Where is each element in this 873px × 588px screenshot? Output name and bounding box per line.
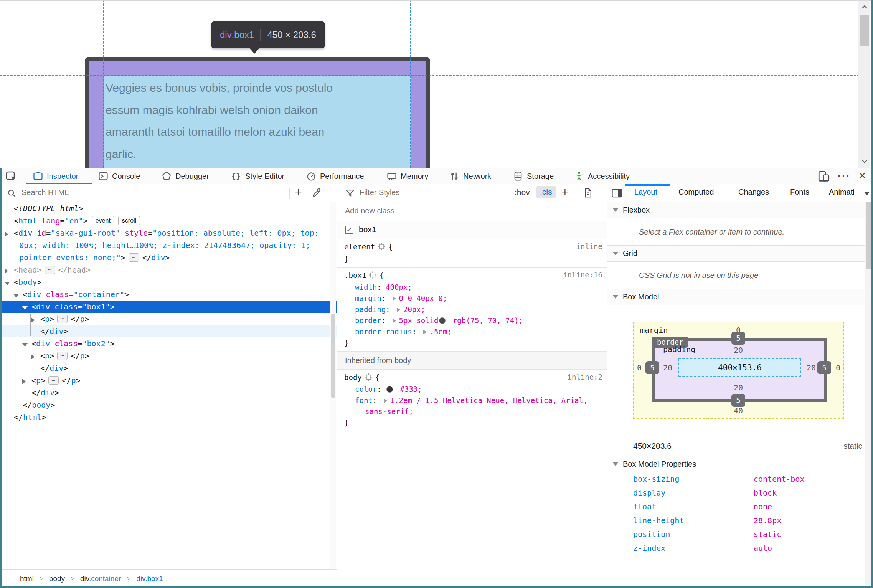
markup-scrollbar[interactable]: [330, 202, 336, 569]
declaration-border[interactable]: border: 5px solid rgb(75, 70, 74);: [337, 315, 607, 326]
tab-style-editor[interactable]: {}Style Editor: [230, 168, 284, 184]
tab-storage[interactable]: Storage: [513, 168, 554, 184]
grid-section-header[interactable]: Grid: [607, 246, 873, 262]
box-model-section-header[interactable]: Box Model: [607, 289, 873, 305]
padding-bottom-value[interactable]: 20: [734, 383, 743, 392]
padding-left-value[interactable]: 20: [663, 363, 672, 372]
margin-bottom-value[interactable]: 40: [734, 406, 743, 415]
twisty-expanded-icon[interactable]: [5, 277, 14, 289]
ellipsis-badge[interactable]: ⋯: [45, 266, 55, 274]
ellipsis-badge[interactable]: ⋯: [129, 253, 139, 262]
twisty-expanded-icon[interactable]: [13, 289, 23, 301]
property-name[interactable]: border-radius: [355, 327, 412, 336]
rule-source-link[interactable]: inline: [576, 242, 602, 251]
declaration-margin[interactable]: margin: 0 0 40px 0;: [337, 293, 607, 304]
box-model-content-box[interactable]: 400×153.6: [678, 358, 801, 377]
tab-performance[interactable]: Performance: [306, 168, 364, 184]
property-value[interactable]: 1.2em / 1.5 Helvetica Neue, Helvetica, A…: [390, 396, 588, 405]
filter-styles-input[interactable]: Filter Styles: [360, 188, 399, 197]
layout-panel-scrollbar[interactable]: [865, 202, 871, 588]
tab-changes[interactable]: Changes: [738, 188, 769, 197]
toggle-classes-button[interactable]: .cls: [536, 186, 556, 198]
padding-top-value[interactable]: 20: [734, 345, 743, 355]
twisty-collapsed-icon[interactable]: [31, 314, 40, 326]
twisty-expanded-icon[interactable]: [22, 338, 31, 350]
property-value[interactable]: 0 0 40px 0;: [399, 294, 447, 302]
scrollbar-thumb[interactable]: [866, 202, 871, 269]
expand-computed-icon[interactable]: [384, 398, 387, 403]
tab-accessibility[interactable]: Accessibility: [574, 168, 630, 184]
scrollbar-thumb[interactable]: [860, 15, 869, 46]
border-left-value[interactable]: 5: [645, 361, 659, 374]
close-devtools-icon[interactable]: ✕: [858, 170, 867, 182]
twisty-collapsed-icon[interactable]: [5, 264, 14, 277]
selector-highlighter-icon[interactable]: [369, 271, 376, 282]
color-swatch[interactable]: [386, 386, 393, 393]
meatball-menu-icon[interactable]: ⋯: [837, 168, 850, 183]
page-scrollbar[interactable]: [858, 1, 870, 168]
markup-row[interactable]: </div>: [0, 362, 337, 374]
markup-row-selected[interactable]: <div class="box1">: [0, 301, 337, 313]
twisty-collapsed-icon[interactable]: [5, 228, 14, 240]
markup-row[interactable]: </body>: [0, 399, 337, 411]
property-value[interactable]: rgb(75, 70, 74);: [448, 316, 523, 325]
declaration-border-radius[interactable]: border-radius: .5em;: [337, 326, 607, 337]
markup-row[interactable]: <!DOCTYPE html>: [0, 202, 337, 215]
twisty-collapsed-icon[interactable]: [31, 350, 40, 363]
property-name[interactable]: font: [355, 396, 373, 405]
ellipsis-badge[interactable]: ⋯: [48, 376, 59, 385]
property-value[interactable]: 400px;: [386, 283, 412, 291]
add-new-class-row[interactable]: Add new class: [337, 202, 607, 221]
twisty-expanded-icon[interactable]: [22, 301, 31, 314]
ellipsis-badge[interactable]: ⋯: [57, 315, 68, 323]
rule-source-link[interactable]: inline:16: [563, 271, 602, 279]
markup-row[interactable]: <p>⋯</p>: [0, 313, 337, 325]
property-value[interactable]: .5em;: [430, 327, 452, 336]
markup-row[interactable]: 0px; width: 100%; height…100%; z-index: …: [0, 239, 337, 251]
markup-row[interactable]: pointer-events: none;">⋯</div>: [0, 251, 337, 264]
box-model-properties-header[interactable]: Box Model Properties: [607, 456, 873, 472]
declaration-padding[interactable]: padding: 20px;: [337, 304, 607, 315]
property-name[interactable]: padding: [355, 305, 386, 314]
markup-row[interactable]: </div>: [0, 325, 337, 337]
property-name[interactable]: width: [355, 283, 377, 291]
declaration-font[interactable]: font: 1.2em / 1.5 Helvetica Neue, Helvet…: [337, 395, 607, 406]
markup-row[interactable]: <div class="box2">: [0, 337, 337, 350]
margin-left-value[interactable]: 0: [637, 363, 642, 372]
selector-highlighter-icon[interactable]: [365, 373, 372, 384]
tab-layout[interactable]: Layout: [634, 188, 657, 197]
flexbox-section-header[interactable]: Flexbox: [607, 202, 873, 218]
add-class-input[interactable]: Add new class: [345, 206, 394, 215]
toggle-pseudo-classes-button[interactable]: :hov: [515, 188, 530, 197]
twisty-collapsed-icon[interactable]: [22, 375, 31, 387]
declaration-width[interactable]: width: 400px;: [337, 282, 607, 293]
create-node-button[interactable]: +: [295, 185, 302, 199]
print-simulation-icon[interactable]: [583, 188, 593, 198]
class-checkbox[interactable]: ✓: [345, 226, 353, 234]
property-name[interactable]: color: [355, 385, 377, 393]
scroll-down-button[interactable]: [858, 155, 870, 168]
property-name[interactable]: position: [633, 527, 754, 541]
rule-source-link[interactable]: inline:2: [567, 373, 602, 381]
markup-row[interactable]: <div class="container">: [0, 288, 337, 301]
margin-right-value[interactable]: 0: [836, 363, 840, 372]
tab-computed[interactable]: Computed: [678, 188, 714, 197]
badge-event[interactable]: event: [92, 216, 114, 225]
markup-row[interactable]: <p>⋯</p>: [0, 350, 337, 362]
breadcrumb-item-html[interactable]: html: [20, 575, 34, 583]
breadcrumb-item-divbox1[interactable]: div.box1: [136, 575, 163, 583]
markup-row[interactable]: <html lang="en">eventscroll: [0, 215, 337, 227]
tab-inspector[interactable]: Inspector: [33, 168, 78, 184]
property-name[interactable]: z-index: [633, 541, 754, 555]
tab-animati[interactable]: Animati: [829, 188, 855, 197]
property-name[interactable]: display: [633, 486, 754, 500]
property-name[interactable]: line-height: [633, 514, 754, 527]
property-name[interactable]: border: [355, 316, 381, 325]
expand-computed-icon[interactable]: [393, 319, 396, 323]
property-value[interactable]: 5px solid: [399, 316, 439, 325]
property-value[interactable]: 20px;: [403, 305, 425, 314]
color-swatch[interactable]: [439, 317, 446, 324]
tab-fonts[interactable]: Fonts: [790, 188, 809, 197]
declaration-color[interactable]: color: #333;: [337, 384, 607, 395]
tab-debugger[interactable]: Debugger: [161, 168, 209, 184]
